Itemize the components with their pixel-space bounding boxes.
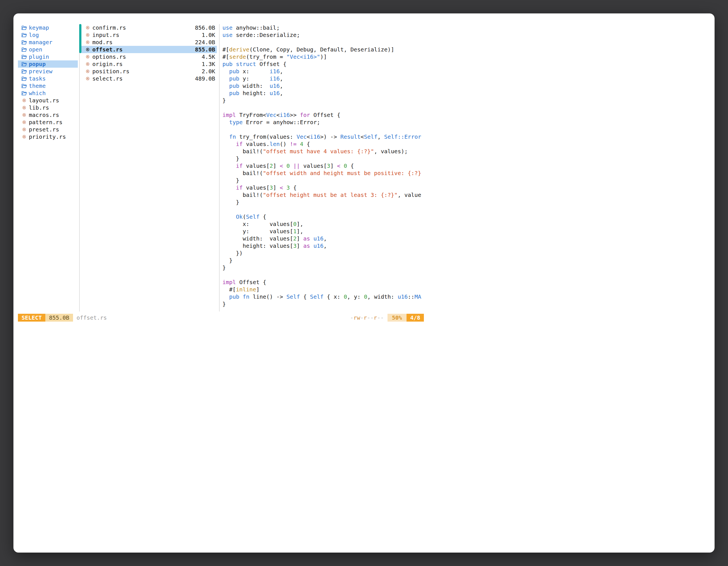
pane-divider-right: [219, 24, 220, 311]
file-row-offset.rs[interactable]: ®offset.rs855.0B: [81, 46, 217, 53]
cursor-position-badge: 4/8: [407, 314, 424, 321]
code-line: impl TryFrom<Vec<i16>> for Offset {: [222, 111, 425, 119]
file-row-select.rs[interactable]: ®select.rs489.0B: [81, 75, 217, 82]
dir-row-log[interactable]: log: [18, 31, 78, 39]
file-row-preset.rs[interactable]: ®preset.rs: [18, 126, 78, 133]
rust-file-icon: ®: [85, 32, 90, 38]
code-line: if values[3] < 3 {: [222, 184, 425, 191]
dir-row-theme[interactable]: theme: [18, 82, 78, 90]
rust-file-icon: ®: [85, 54, 90, 60]
file-row-priority.rs[interactable]: ®priority.rs: [18, 133, 78, 140]
code-line: Ok(Self {: [222, 213, 425, 220]
code-line: }: [222, 257, 425, 264]
rust-file-icon: ®: [22, 112, 27, 118]
entry-size: 4.5K: [202, 53, 217, 60]
folder-icon: [22, 91, 27, 96]
entry-size: 856.0B: [195, 24, 217, 31]
dir-row-tasks[interactable]: tasks: [18, 75, 78, 82]
dir-row-which[interactable]: which: [18, 90, 78, 97]
folder-icon: [22, 33, 27, 37]
code-line: if values[2] < 0 || values[3] < 0 {: [222, 162, 425, 170]
entry-name: input.rs: [92, 31, 119, 39]
file-row-confirm.rs[interactable]: ®confirm.rs856.0B: [81, 24, 217, 31]
entry-name: priority.rs: [29, 133, 66, 140]
code-line: pub struct Offset {: [222, 60, 425, 68]
folder-icon: [22, 40, 27, 45]
entry-name: open: [29, 46, 42, 53]
status-bar-right: -rw-r--r-- 50% 4/8: [350, 314, 424, 321]
file-row-mod.rs[interactable]: ®mod.rs224.0B: [81, 39, 217, 46]
file-row-input.rs[interactable]: ®input.rs1.0K: [81, 31, 217, 39]
folder-icon: [22, 69, 27, 74]
code-line: [222, 39, 425, 46]
dir-row-popup[interactable]: popup: [18, 60, 78, 68]
file-row-macros.rs[interactable]: ®macros.rs: [18, 111, 78, 119]
folder-icon: [22, 25, 27, 30]
entry-size: 1.0K: [202, 31, 217, 39]
entry-name: origin.rs: [92, 60, 123, 68]
preview-pane: use anyhow::bail;use serde::Deserialize;…: [222, 24, 425, 307]
entry-name: popup: [29, 60, 46, 68]
code-line: if values.len() != 4 {: [222, 140, 425, 148]
code-line: bail!("offset must have 4 values: {:?}",…: [222, 148, 425, 155]
entry-size: 2.0K: [202, 68, 217, 75]
code-line: fn try_from(values: Vec<i16>) -> Result<…: [222, 133, 425, 140]
code-line: }: [222, 199, 425, 206]
scroll-percent-badge: 50%: [388, 314, 407, 321]
entry-name: mod.rs: [92, 39, 112, 46]
rust-file-icon: ®: [22, 120, 27, 125]
code-line: pub x: i16,: [222, 68, 425, 75]
entry-name: log: [29, 31, 39, 39]
dir-row-keymap[interactable]: keymap: [18, 24, 78, 31]
file-row-position.rs[interactable]: ®position.rs2.0K: [81, 68, 217, 75]
file-row-layout.rs[interactable]: ®layout.rs: [18, 97, 78, 104]
code-line: }): [222, 250, 425, 257]
folder-icon: [22, 62, 27, 67]
rust-file-icon: ®: [85, 76, 90, 81]
file-row-options.rs[interactable]: ®options.rs4.5K: [81, 53, 217, 60]
status-bar: SELECT 855.0B offset.rs -rw-r--r-- 50% 4…: [18, 314, 424, 321]
entry-name: select.rs: [92, 75, 123, 82]
rust-file-icon: ®: [85, 62, 90, 67]
code-line: use anyhow::bail;: [222, 24, 425, 31]
dir-row-plugin[interactable]: plugin: [18, 53, 78, 60]
dir-row-preview[interactable]: preview: [18, 68, 78, 75]
entry-name: macros.rs: [29, 111, 59, 119]
code-line: bail!("offset height must be at least 3:…: [222, 191, 425, 199]
code-line: }: [222, 155, 425, 162]
entry-size: 489.0B: [195, 75, 217, 82]
entry-name: preset.rs: [29, 126, 59, 133]
code-line: pub height: u16,: [222, 90, 425, 97]
code-line: [222, 126, 425, 133]
file-row-lib.rs[interactable]: ®lib.rs: [18, 104, 78, 111]
rust-file-icon: ®: [22, 127, 27, 132]
code-line: #[serde(try_from = "Vec<i16>")]: [222, 53, 425, 60]
file-row-pattern.rs[interactable]: ®pattern.rs: [18, 119, 78, 126]
code-line: bail!("offset width and height must be p…: [222, 170, 425, 177]
entry-name: layout.rs: [29, 97, 59, 104]
dir-row-open[interactable]: open: [18, 46, 78, 53]
mode-badge: SELECT: [18, 314, 45, 321]
code-line: #[derive(Clone, Copy, Debug, Default, De…: [222, 46, 425, 53]
entry-name: preview: [29, 68, 52, 75]
code-line: width: values[2] as u16,: [222, 235, 425, 242]
code-line: #[inline]: [222, 286, 425, 293]
code-line: y: values[1],: [222, 228, 425, 235]
status-filename: offset.rs: [77, 314, 107, 321]
code-line: impl Offset {: [222, 279, 425, 286]
code-line: }: [222, 264, 425, 271]
current-pane: ®confirm.rs856.0B®input.rs1.0K®mod.rs224…: [81, 24, 217, 82]
entry-name: pattern.rs: [29, 119, 62, 126]
rust-file-icon: ®: [22, 105, 27, 111]
code-line: }: [222, 177, 425, 184]
rust-file-icon: ®: [85, 47, 90, 52]
scrollbar-indicator[interactable]: [79, 24, 81, 53]
dir-row-manager[interactable]: manager: [18, 39, 78, 46]
folder-icon: [22, 55, 27, 59]
entry-name: which: [29, 90, 46, 97]
file-size-badge: 855.0B: [45, 314, 73, 321]
entry-name: plugin: [29, 53, 49, 60]
file-row-origin.rs[interactable]: ®origin.rs1.3K: [81, 60, 217, 68]
parent-pane: keymaplogmanageropenpluginpopuppreviewta…: [18, 24, 78, 140]
entry-size: 1.3K: [202, 60, 217, 68]
